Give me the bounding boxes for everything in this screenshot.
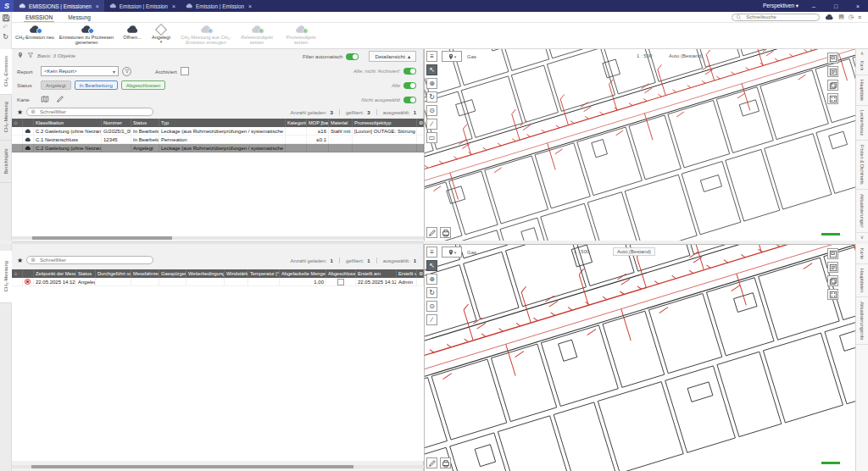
tab-hauptdaten[interactable]: Hauptdaten	[856, 75, 868, 105]
document-tab-emission-2[interactable]: Emission | Emission ×	[181, 0, 257, 12]
grid-button[interactable]	[827, 93, 838, 104]
select-tool-button[interactable]: ↖	[426, 260, 437, 271]
emission-table-header[interactable]: ☆ Klassifikation Nummer Status Typ Kateg…	[12, 119, 424, 127]
pencil-icon[interactable]	[56, 95, 64, 103]
tab-leckerfassung[interactable]: Leckerfassung	[856, 106, 868, 141]
clear-icon[interactable]: ⊗	[31, 108, 36, 115]
table-row-selected[interactable]: C.2 Gasleitung (ohne Netzanschluss) Ange…	[12, 144, 424, 152]
horizontal-scrollbar[interactable]	[12, 236, 424, 240]
refresh-tool-button[interactable]: ↻	[426, 287, 437, 298]
quick-search-input[interactable]	[744, 14, 815, 20]
select-tool-button[interactable]: ↖	[426, 64, 437, 75]
pan-tool-button[interactable]: ⊕	[426, 274, 437, 285]
print-button[interactable]	[440, 227, 451, 238]
map-menu-button[interactable]: ≡	[426, 247, 437, 258]
table-row[interactable]: 22.05.2025 14:12:52 Angelegt 1,00 22.05.…	[12, 278, 424, 286]
zoom-tool-button[interactable]: ⊙	[426, 105, 437, 116]
chip-angelegt[interactable]: Angelegt	[41, 80, 71, 90]
refresh-tool-button[interactable]: ↻	[426, 91, 437, 103]
legend-button[interactable]	[827, 262, 838, 273]
table-row[interactable]: C.2 Gasleitung (ohne Netzanschluss) G/20…	[12, 127, 424, 136]
report-filter-icon[interactable]	[122, 67, 131, 76]
schnellfilter-input[interactable]	[38, 257, 149, 263]
clear-icon[interactable]: ⊗	[31, 257, 36, 263]
tab-karte[interactable]: Karte	[856, 244, 868, 264]
tab-berichtsjahr[interactable]: Berichtsjahr	[0, 141, 12, 183]
tab-aktualisierungsinfo[interactable]: Aktualisierungsinfo	[856, 297, 868, 345]
status-angelegt-dropdown[interactable]: Angelegt ▾	[146, 24, 176, 47]
cards-icon[interactable]: ▤	[838, 14, 844, 20]
grid-button[interactable]	[827, 289, 838, 300]
oeffnen-button[interactable]: Öffnen...	[119, 24, 146, 47]
abgeschlossen-checkbox[interactable]	[337, 279, 344, 285]
emissionen-generieren-button[interactable]: Emissionen zu Prozessen generieren	[56, 24, 117, 47]
overview-map-button[interactable]	[827, 53, 838, 64]
close-tab-icon[interactable]: ×	[172, 3, 175, 9]
history-icon[interactable]: ◷	[849, 14, 854, 20]
funnel-icon[interactable]	[27, 52, 34, 58]
close-tab-icon[interactable]: ×	[96, 3, 99, 9]
sketch-button[interactable]	[426, 457, 437, 468]
tab-ch4-emission[interactable]: CH₄-Emission	[0, 49, 12, 95]
layer-pin-dropdown[interactable]: ▾	[442, 247, 462, 258]
chip-abgeschlossen[interactable]: Abgeschlossen	[121, 80, 166, 90]
map-icon[interactable]	[41, 95, 49, 103]
layers-button[interactable]	[827, 275, 838, 286]
pin-icon[interactable]	[17, 52, 24, 58]
maximize-button[interactable]: □	[829, 3, 843, 9]
measure-tool-button[interactable]: ∕	[426, 119, 437, 130]
layer-pin-dropdown[interactable]: ▾	[442, 51, 462, 62]
ribbon-tab-emission[interactable]: EMISSION	[24, 13, 54, 22]
document-tab-emissions[interactable]: EMISSIONS | Emissionen ×	[14, 0, 104, 12]
tab-ch4-messung[interactable]: CH₄-Messung	[0, 95, 12, 141]
archiv-toggle[interactable]	[403, 68, 416, 75]
map-menu-button[interactable]: ≡	[426, 51, 437, 62]
zoom-tool-button[interactable]: ⊙	[426, 301, 437, 312]
minimize-button[interactable]: –	[807, 3, 821, 9]
legend-button[interactable]	[827, 66, 838, 77]
archiviert-checkbox[interactable]	[181, 67, 189, 75]
tab-karte[interactable]: Karte	[856, 57, 868, 75]
alle-toggle[interactable]	[403, 82, 416, 89]
horizontal-scrollbar[interactable]	[12, 465, 424, 468]
tab-fristen[interactable]: Fristen & Dichtheitsprüfung	[856, 141, 868, 190]
undo-icon[interactable]: ↶	[3, 24, 8, 31]
gear-icon[interactable]: ⚙	[417, 119, 424, 127]
map-mode[interactable]: Auto (Bestand)	[613, 247, 655, 256]
report-select[interactable]: <Kein Report>▾	[41, 66, 119, 76]
refresh-icon[interactable]: ↻	[3, 33, 8, 41]
favorite-star-icon[interactable]: ★	[17, 108, 23, 116]
overview-map-button[interactable]	[827, 248, 838, 259]
menu-icon[interactable]: ≡	[858, 14, 861, 20]
schnellfilter-search[interactable]: ⊗	[26, 108, 153, 116]
filter-auto-toggle[interactable]	[346, 53, 359, 60]
ch4-emission-neu-button[interactable]: CH₄-Emission neu	[15, 24, 54, 47]
ribbon-tab-messung[interactable]: Messung	[66, 13, 92, 21]
zoom-box-tool-button[interactable]: ▭	[426, 132, 437, 143]
detailansicht-button[interactable]: Detailansicht▴	[369, 51, 416, 62]
gear-icon[interactable]: ⚙	[417, 269, 424, 278]
messung-table-header[interactable]: ☆ Zeitpunkt der Messung Status Durchgefü…	[12, 269, 424, 278]
close-button[interactable]: ×	[851, 3, 865, 9]
quick-search[interactable]	[732, 14, 820, 21]
map-view-bottom[interactable]: ≡ ↖ ⊕ ↻ ⊙ ∕ ▾ Gas 1 : 500 Auto (Bestand)	[424, 244, 855, 471]
perspectives-menu[interactable]: Perspektiven ▾	[763, 3, 798, 9]
map-canvas[interactable]	[425, 245, 855, 471]
app-logo-icon[interactable]: S	[0, 0, 14, 12]
print-button[interactable]	[440, 457, 451, 468]
layers-button[interactable]	[827, 80, 838, 91]
schnellfilter-search[interactable]: ⊗	[26, 256, 153, 264]
cloud-icon[interactable]	[825, 14, 834, 20]
nicht-ausgewaehlt-toggle[interactable]	[403, 97, 416, 103]
chip-in-bearbeitung[interactable]: In Bearbeitung	[75, 80, 118, 90]
map-view-top[interactable]: ≡ ↖ ⊕ ↻ ⊙ ∕ ▭ ▾ Gas 1 : 500 Auto (Bestan…	[424, 49, 855, 241]
close-tab-icon[interactable]: ×	[248, 3, 252, 9]
sketch-button[interactable]	[426, 227, 437, 238]
map-canvas[interactable]	[425, 49, 855, 241]
document-tab-emission-1[interactable]: Emission | Emission ×	[104, 0, 181, 12]
favorite-star-icon[interactable]: ★	[17, 257, 23, 264]
schnellfilter-input[interactable]	[38, 108, 149, 115]
scroll-down-icon[interactable]: ∨	[860, 233, 864, 241]
tab-ch4-messung-bottom[interactable]: CH₄-Messung	[0, 251, 12, 303]
table-row[interactable]: C.1 Netzanschluss 12345 In Bearbeitung P…	[12, 136, 424, 144]
